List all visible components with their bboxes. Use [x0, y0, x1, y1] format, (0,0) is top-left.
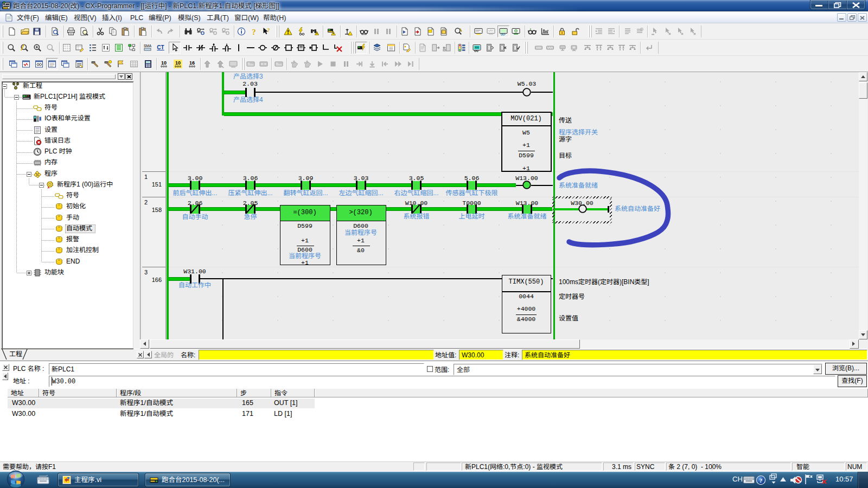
svg-text:?: ?: [760, 477, 763, 484]
